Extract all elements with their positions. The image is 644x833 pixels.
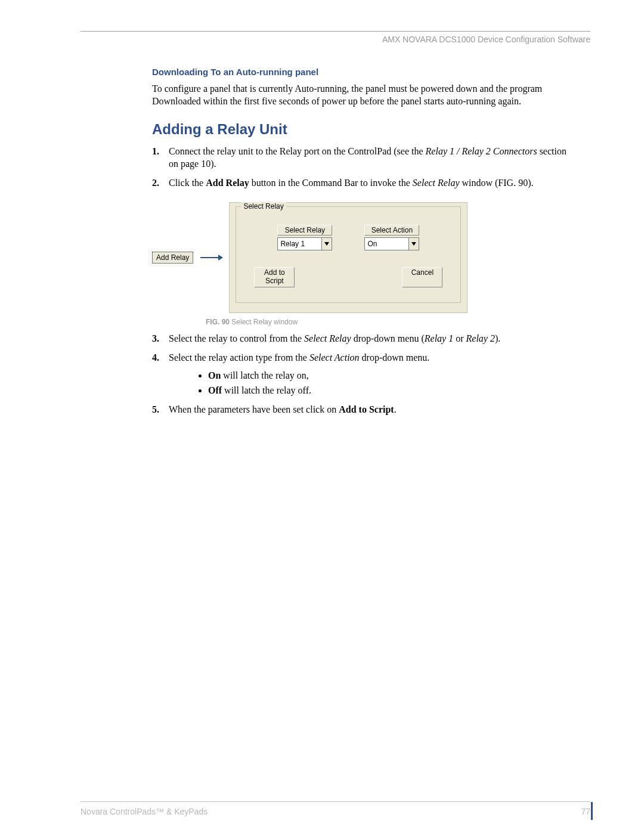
footer-page-number: 77 (581, 807, 590, 816)
select-relay-value: Relay 1 (278, 238, 321, 250)
step-bold: Add to Script (339, 404, 394, 414)
bullet-off: Off will latch the relay off. (208, 384, 569, 397)
bullet-bold: On (208, 370, 221, 380)
add-to-script-button[interactable]: Add to Script (254, 267, 295, 287)
header-rule (80, 31, 590, 32)
subsection-heading: Downloading To an Auto-running panel (152, 67, 569, 77)
figure-caption-text: Select Relay window (230, 318, 298, 326)
step-4: Select the relay action type from the Se… (152, 351, 569, 397)
running-header: AMX NOVARA DCS1000 Device Configuration … (382, 35, 590, 44)
step-text: . (394, 404, 397, 414)
step-text: Select the relay to control from the (169, 333, 304, 343)
bullet-text: will latch the relay off. (222, 385, 311, 395)
select-action-label: Select Action (364, 225, 419, 236)
step-text: or (453, 333, 466, 343)
bullet-on: On will latch the relay on, (208, 369, 569, 382)
figure-caption: FIG. 90 Select Relay window (206, 318, 569, 326)
body-paragraph: To configure a panel that is currently A… (152, 83, 569, 108)
svg-marker-0 (324, 242, 329, 246)
figure-90: Add Relay Select Relay Select Relay Rela… (152, 202, 569, 326)
select-relay-dropdown[interactable]: Relay 1 (277, 237, 332, 250)
select-action-value: On (365, 238, 408, 250)
section-heading: Adding a Relay Unit (152, 121, 569, 138)
select-relay-label: Select Relay (277, 225, 332, 236)
step-1: Connect the relay unit to the Relay port… (152, 145, 569, 171)
bullet-text: will latch the relay on, (221, 370, 309, 380)
add-relay-button[interactable]: Add Relay (152, 252, 193, 264)
footer-rule (80, 801, 590, 802)
step-5: When the parameters have been set click … (152, 403, 569, 416)
step-text: Select the relay action type from the (169, 352, 309, 363)
step-italic: Select Relay (413, 178, 460, 188)
chevron-down-icon (321, 238, 332, 250)
step-text: ). (495, 333, 500, 343)
bullet-bold: Off (208, 385, 222, 395)
fieldset-legend: Select Relay (241, 202, 286, 210)
step-bold: Add Relay (206, 178, 249, 188)
step-italic: Relay 1 (425, 333, 453, 343)
select-relay-panel: Select Relay Select Relay Relay 1 (229, 202, 467, 313)
svg-marker-1 (411, 242, 416, 246)
step-3: Select the relay to control from the Sel… (152, 332, 569, 345)
step-text: Click the (169, 178, 206, 188)
step-italic: Select Action (309, 352, 360, 363)
cancel-button[interactable]: Cancel (402, 267, 442, 287)
callout-arrow-icon (200, 257, 222, 258)
footer-accent-bar (591, 802, 593, 820)
step-text: drop-down menu. (360, 352, 430, 363)
figure-caption-number: FIG. 90 (206, 318, 230, 326)
step-italic: Relay 2 (466, 333, 495, 343)
step-text: button in the Command Bar to invoke the (249, 178, 413, 188)
chevron-down-icon (408, 238, 419, 250)
step-text: window (FIG. 90). (459, 178, 533, 188)
step-text: Connect the relay unit to the Relay port… (169, 146, 426, 156)
step-text: When the parameters have been set click … (169, 404, 339, 414)
step-text: drop-down menu ( (351, 333, 425, 343)
step-italic: Select Relay (304, 333, 351, 343)
step-italic: Relay 1 / Relay 2 Connectors (426, 146, 537, 156)
select-action-dropdown[interactable]: On (364, 237, 419, 250)
step-2: Click the Add Relay button in the Comman… (152, 176, 569, 190)
footer-left: Novara ControlPads™ & KeyPads (80, 807, 208, 816)
